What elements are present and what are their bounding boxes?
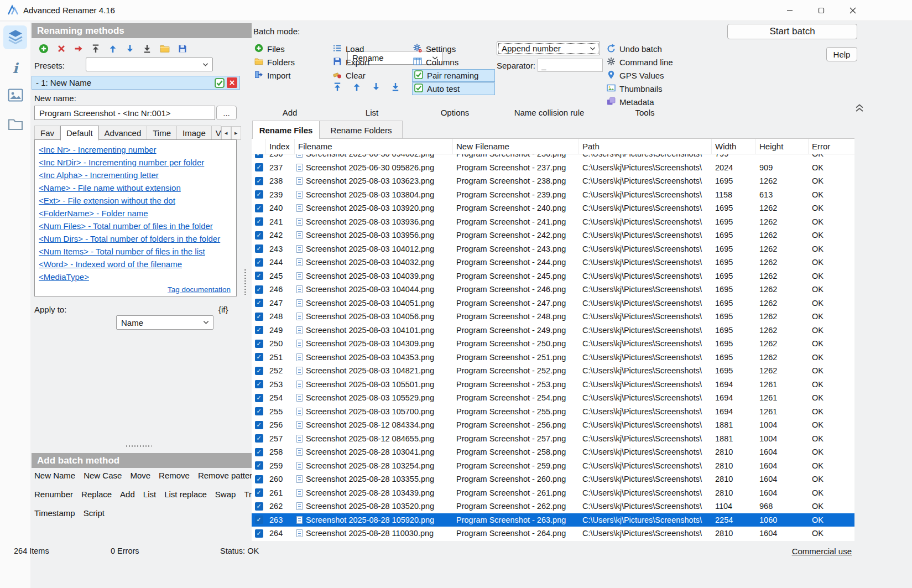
tag-link[interactable]: <MediaType> xyxy=(39,271,89,283)
vertical-splitter[interactable] xyxy=(244,269,246,295)
tag-link[interactable]: <Word> - Indexed word of the filename xyxy=(39,258,182,270)
rail-folder-button[interactable] xyxy=(0,118,30,132)
row-checkbox[interactable]: ✓ xyxy=(255,258,263,267)
presets-combobox[interactable] xyxy=(86,58,213,71)
add-files-button[interactable]: Files xyxy=(253,43,298,55)
browse-tags-button[interactable]: ... xyxy=(216,106,237,120)
table-row[interactable]: ✓ 250 Screenshot 2025-08-03 104309.png P… xyxy=(252,337,854,351)
table-row[interactable]: ✓ 245 Screenshot 2025-08-03 104039.png P… xyxy=(252,269,854,283)
row-checkbox[interactable]: ✓ xyxy=(255,488,263,497)
separator-input[interactable] xyxy=(538,59,603,72)
apply-to-combobox[interactable]: Name xyxy=(116,315,213,330)
license-link[interactable]: Commercial use xyxy=(792,547,852,556)
table-row[interactable]: ✓ 262 Screenshot 2025-08-28 103520.png P… xyxy=(252,499,854,513)
table-row[interactable]: ✓ 239 Screenshot 2025-08-03 103804.png P… xyxy=(252,188,854,202)
method-enabled-checkbox[interactable] xyxy=(214,77,225,88)
table-row[interactable]: ✓ 240 Screenshot 2025-08-03 103920.png P… xyxy=(252,201,854,215)
column-width[interactable]: Width xyxy=(712,139,756,154)
command-line-button[interactable]: Command line xyxy=(606,56,676,69)
undo-batch-button[interactable]: Undo batch xyxy=(606,43,676,55)
row-checkbox[interactable]: ✓ xyxy=(255,394,263,402)
tab-scroll-left-button[interactable]: ◀ xyxy=(221,126,231,140)
close-button[interactable] xyxy=(840,1,866,20)
table-row[interactable]: ✓ 247 Screenshot 2025-08-03 104051.png P… xyxy=(252,296,854,310)
column-new-filename[interactable]: New Filename xyxy=(453,139,579,154)
tag-tab-image[interactable]: Image xyxy=(177,126,212,140)
row-checkbox[interactable]: ✓ xyxy=(255,299,263,307)
row-checkbox[interactable]: ✓ xyxy=(255,380,263,388)
if-label[interactable]: {if} xyxy=(218,305,228,314)
tag-documentation-link[interactable]: Tag documentation xyxy=(168,285,231,294)
row-checkbox[interactable]: ✓ xyxy=(255,285,263,294)
metadata-button[interactable]: Metadata xyxy=(606,96,676,108)
tag-link[interactable]: <Num Items> - Total number of files in t… xyxy=(39,246,205,258)
table-row[interactable]: ✓ 238 Screenshot 2025-08-03 103623.png P… xyxy=(252,174,854,188)
row-checkbox[interactable]: ✓ xyxy=(255,448,263,456)
row-checkbox[interactable]: ✓ xyxy=(255,163,263,171)
table-row[interactable]: ✓ 237 Screenshot 2025-06-30 095826.png P… xyxy=(252,161,854,175)
tag-tab-v[interactable]: V xyxy=(212,126,221,140)
table-row[interactable]: ✓ 253 Screenshot 2025-08-03 105501.png P… xyxy=(252,378,854,392)
horizontal-splitter[interactable] xyxy=(126,445,152,447)
column-path[interactable]: Path xyxy=(579,139,712,154)
method-add[interactable]: Add xyxy=(120,490,135,499)
tag-link[interactable]: <Num Dirs> - Total number of folders in … xyxy=(39,233,220,245)
table-row[interactable]: ✓ 256 Screenshot 2025-08-12 084334.png P… xyxy=(252,418,854,432)
method-list[interactable]: List xyxy=(143,490,156,499)
row-checkbox[interactable]: ✓ xyxy=(255,434,263,443)
tag-tab-fav[interactable]: Fav xyxy=(34,126,60,140)
tag-tab-advanced[interactable]: Advanced xyxy=(99,126,148,140)
table-row[interactable]: ✓ 261 Screenshot 2025-08-28 103439.png P… xyxy=(252,486,854,500)
row-checkbox[interactable]: ✓ xyxy=(255,177,263,185)
row-checkbox[interactable]: ✓ xyxy=(255,340,263,348)
table-row[interactable]: ✓ 260 Screenshot 2025-08-28 103355.png P… xyxy=(252,472,854,486)
table-row[interactable]: ✓ 246 Screenshot 2025-08-03 104044.png P… xyxy=(252,283,854,296)
header-checkbox-cell[interactable] xyxy=(252,139,266,154)
table-row[interactable]: ✓ 258 Screenshot 2025-08-28 103041.png P… xyxy=(252,445,854,459)
method-timestamp[interactable]: Timestamp xyxy=(34,508,75,518)
open-preset-folder-icon[interactable] xyxy=(160,44,170,55)
move-method-top-icon[interactable] xyxy=(91,44,100,55)
row-checkbox[interactable]: ✓ xyxy=(255,353,263,361)
tag-link[interactable]: <Inc Alpha> - Incrementing letter xyxy=(39,169,159,181)
export-list-button[interactable]: Export xyxy=(332,56,372,69)
row-checkbox[interactable]: ✓ xyxy=(255,313,263,321)
move-file-down-icon[interactable] xyxy=(372,82,381,93)
table-row[interactable]: ✓ 248 Screenshot 2025-08-03 104056.png P… xyxy=(252,310,854,324)
gps-values-button[interactable]: GPS Values xyxy=(606,69,676,82)
row-checkbox[interactable]: ✓ xyxy=(255,217,263,226)
table-row[interactable]: ✓ 244 Screenshot 2025-08-03 104032.png P… xyxy=(252,256,854,269)
row-checkbox[interactable]: ✓ xyxy=(255,502,263,511)
method-renumber[interactable]: Renumber xyxy=(34,490,73,499)
minimize-button[interactable] xyxy=(777,1,802,20)
move-method-down-icon[interactable] xyxy=(126,44,134,55)
save-preset-icon[interactable] xyxy=(178,44,187,55)
row-checkbox[interactable]: ✓ xyxy=(255,204,263,212)
tab-rename-folders[interactable]: Rename Folders xyxy=(320,121,403,139)
tag-link[interactable]: <Inc NrDir> - Incrementing number per fo… xyxy=(39,157,204,169)
method-remove[interactable]: Remove xyxy=(159,471,190,480)
method-script[interactable]: Script xyxy=(84,508,105,518)
column-index[interactable]: Index xyxy=(266,139,295,154)
rail-info-button[interactable]: i xyxy=(0,61,30,75)
column-error[interactable]: Error xyxy=(809,139,854,154)
collision-rule-combobox[interactable]: Append number xyxy=(497,41,600,55)
table-row[interactable]: ✓ 264 Screenshot 2025-08-28 110030.png P… xyxy=(252,527,854,540)
move-method-bottom-icon[interactable] xyxy=(143,44,152,55)
tab-rename-files[interactable]: Rename Files xyxy=(252,121,320,139)
tag-tab-time[interactable]: Time xyxy=(147,126,177,140)
row-checkbox[interactable]: ✓ xyxy=(255,461,263,470)
table-row[interactable]: ✓ 251 Screenshot 2025-08-03 104353.png P… xyxy=(252,351,854,365)
pair-renaming-toggle[interactable]: Pair renaming xyxy=(412,69,495,82)
table-row[interactable]: ✓ 257 Screenshot 2025-08-12 084655.png P… xyxy=(252,432,854,446)
row-checkbox[interactable]: ✓ xyxy=(255,190,263,199)
clear-list-button[interactable]: Clear xyxy=(332,69,372,82)
tag-link[interactable]: <Inc Nr> - Incrementing number xyxy=(39,144,157,156)
row-checkbox[interactable]: ✓ xyxy=(255,421,263,429)
move-file-top-icon[interactable] xyxy=(333,82,342,93)
new-name-input[interactable] xyxy=(34,106,215,120)
rail-renaming-methods-button[interactable] xyxy=(3,25,27,49)
tag-link[interactable]: <Name> - File name without extension xyxy=(39,182,181,194)
move-file-up-icon[interactable] xyxy=(352,82,361,93)
maximize-button[interactable] xyxy=(809,1,834,20)
